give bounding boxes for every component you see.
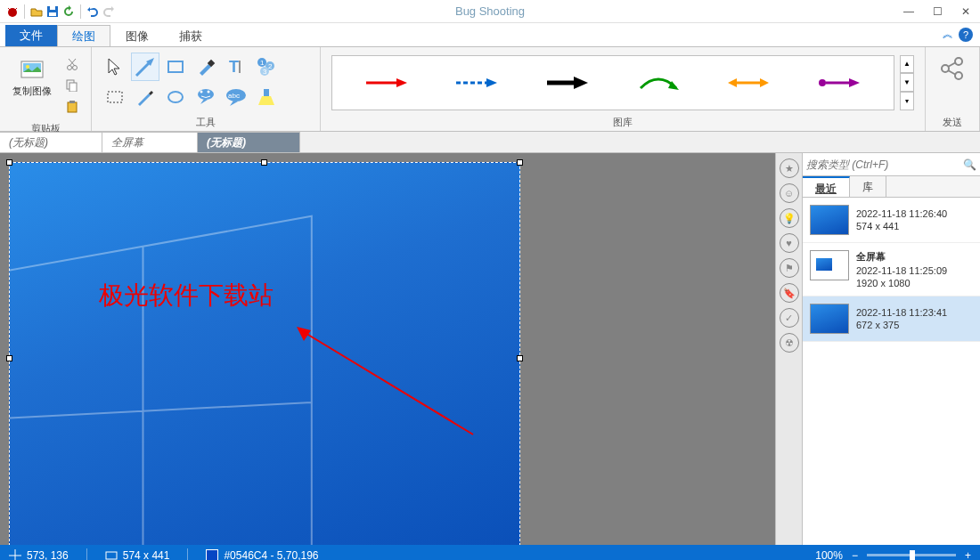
- svg-line-12: [69, 59, 75, 66]
- thumbnail: [810, 250, 849, 280]
- history-time: 2022-11-18 11:26:40: [856, 208, 947, 219]
- zoom-value: 100%: [815, 549, 843, 561]
- status-dimensions: 574 x 441: [105, 549, 170, 561]
- tool-arrow[interactable]: [131, 53, 159, 81]
- send-button[interactable]: [933, 51, 972, 86]
- undo-icon[interactable]: [86, 4, 100, 19]
- history-title: 全屏幕: [856, 250, 947, 264]
- zoom-out-button[interactable]: −: [852, 549, 858, 561]
- star-icon[interactable]: ★: [780, 158, 799, 178]
- tool-ellipse[interactable]: [161, 83, 190, 111]
- resize-handle[interactable]: [6, 159, 12, 166]
- statusbar: 573, 136 574 x 441 #0546C4 - 5,70,196 10…: [0, 545, 980, 560]
- arrow-green-curved[interactable]: [636, 74, 681, 92]
- svg-text:T: T: [229, 58, 239, 76]
- resize-handle[interactable]: [6, 355, 12, 361]
- doctab-0[interactable]: (无标题): [0, 132, 102, 152]
- flag-icon[interactable]: ⚑: [780, 258, 799, 278]
- arrow-red-solid[interactable]: [364, 74, 409, 92]
- doctab-1[interactable]: 全屏幕: [102, 132, 198, 152]
- paste-icon[interactable]: [64, 99, 80, 115]
- bug-icon[interactable]: [5, 4, 20, 19]
- tab-image[interactable]: 图像: [110, 25, 164, 46]
- bulb-icon[interactable]: 💡: [780, 208, 799, 228]
- minimize-button[interactable]: —: [900, 3, 918, 20]
- tab-capture[interactable]: 捕获: [164, 25, 217, 46]
- close-button[interactable]: ✕: [957, 3, 975, 20]
- status-cursor: 573, 136: [9, 549, 69, 561]
- search-icon[interactable]: 🔍: [963, 158, 976, 171]
- arrow-orange-double[interactable]: [726, 74, 771, 92]
- svg-line-11: [69, 59, 76, 66]
- arrow-purple-dot[interactable]: [817, 74, 862, 92]
- svg-rect-29: [108, 92, 122, 102]
- history-item[interactable]: 2022-11-18 11:23:41 672 x 375: [803, 296, 980, 342]
- quick-access-toolbar: [0, 4, 121, 19]
- annotation-arrow[interactable]: [295, 323, 491, 448]
- history-item[interactable]: 2022-11-18 11:26:40 574 x 441: [803, 198, 980, 243]
- search-row: 🔍: [803, 153, 980, 176]
- open-icon[interactable]: [29, 4, 44, 19]
- refresh-icon[interactable]: [61, 4, 76, 19]
- radiation-icon[interactable]: ☢: [780, 333, 799, 353]
- svg-point-8: [26, 65, 29, 69]
- gallery-down[interactable]: ▼: [900, 73, 914, 92]
- history-item[interactable]: 全屏幕 2022-11-18 11:25:09 1920 x 1080: [803, 243, 980, 296]
- canvas[interactable]: 极光软件下载站: [0, 153, 775, 545]
- ribbon-group-gallery: ▲ ▼ ▾ 图库: [321, 47, 926, 131]
- tool-spotlight[interactable]: [252, 83, 281, 111]
- cut-icon[interactable]: [64, 56, 80, 72]
- tool-pen[interactable]: [131, 83, 159, 111]
- resize-handle[interactable]: [517, 159, 523, 166]
- tool-rect[interactable]: [161, 53, 190, 81]
- collapse-ribbon-icon[interactable]: ︽: [943, 27, 953, 42]
- tool-highlighter[interactable]: [192, 53, 220, 81]
- tool-color[interactable]: [282, 53, 311, 81]
- arrow-blue-dashed[interactable]: [454, 74, 499, 92]
- panel-tab-library[interactable]: 库: [850, 176, 886, 197]
- search-input[interactable]: [806, 158, 963, 171]
- tool-abc[interactable]: abc: [222, 83, 250, 111]
- help-icon[interactable]: ?: [959, 28, 973, 42]
- gallery-scroll-buttons: ▲ ▼ ▾: [900, 55, 914, 110]
- tab-draw[interactable]: 绘图: [57, 25, 110, 46]
- arrow-gallery[interactable]: [331, 55, 894, 110]
- svg-marker-49: [849, 78, 860, 87]
- check-icon[interactable]: ✓: [780, 308, 799, 328]
- tool-callout[interactable]: [192, 83, 220, 111]
- panel-tab-recent[interactable]: 最近: [803, 176, 850, 197]
- svg-point-47: [819, 79, 826, 86]
- gallery-up[interactable]: ▲: [900, 55, 914, 74]
- svg-point-32: [200, 91, 203, 93]
- zoom-in-button[interactable]: +: [965, 549, 971, 561]
- tool-cursor[interactable]: [101, 53, 129, 81]
- tool-marquee[interactable]: [101, 83, 129, 111]
- file-menu[interactable]: 文件: [5, 25, 57, 46]
- svg-line-54: [948, 70, 956, 75]
- resize-handle[interactable]: [261, 159, 267, 166]
- svg-marker-46: [760, 78, 769, 87]
- annotation-text[interactable]: 极光软件下载站: [99, 279, 274, 312]
- svg-point-30: [168, 92, 183, 102]
- doctab-2[interactable]: (无标题): [198, 132, 300, 152]
- captured-image[interactable]: 极光软件下载站: [9, 162, 520, 545]
- save-icon[interactable]: [45, 4, 60, 19]
- copy-icon[interactable]: [64, 77, 80, 93]
- thumbnail: [810, 205, 849, 235]
- gallery-more[interactable]: ▾: [900, 92, 914, 110]
- svg-point-9: [68, 66, 72, 70]
- svg-marker-40: [486, 78, 497, 87]
- bookmark-icon[interactable]: 🔖: [780, 283, 799, 303]
- smile-icon[interactable]: ☺: [780, 183, 799, 203]
- svg-marker-45: [728, 78, 737, 87]
- zoom-slider[interactable]: [867, 554, 956, 556]
- arrow-black-solid[interactable]: [545, 74, 590, 92]
- svg-line-53: [948, 62, 956, 67]
- tool-text[interactable]: T: [222, 53, 250, 81]
- heart-icon[interactable]: ♥: [780, 233, 799, 253]
- maximize-button[interactable]: ☐: [928, 3, 946, 20]
- copy-image-button[interactable]: 复制图像: [7, 51, 57, 101]
- tool-numbering[interactable]: 123: [252, 53, 281, 81]
- redo-icon[interactable]: [102, 4, 116, 19]
- resize-handle[interactable]: [517, 355, 523, 361]
